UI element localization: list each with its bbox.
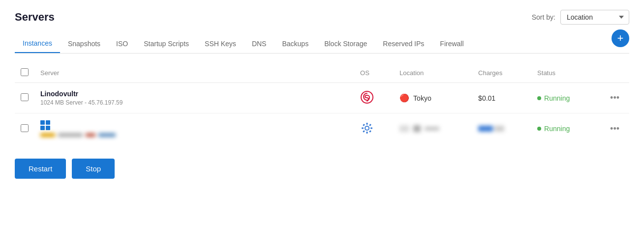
sort-select[interactable]: Location Name Status Date Created	[560, 10, 629, 25]
tab-reserved-ips[interactable]: Reserved IPs	[375, 35, 432, 53]
status-text: Running	[544, 94, 570, 102]
server-os	[354, 83, 394, 113]
add-server-button[interactable]: +	[612, 29, 629, 47]
server-name: Linodovultr	[40, 90, 348, 98]
table-row: Linodovultr 1024 MB Server - 45.76.197.5…	[15, 83, 629, 113]
server-location: 🔴 Tokyo	[394, 83, 472, 113]
tab-dns[interactable]: DNS	[244, 35, 275, 53]
col-header-server: Server	[34, 63, 354, 83]
server-info-blurred	[34, 113, 354, 144]
server-detail: 1024 MB Server - 45.76.197.59	[40, 99, 348, 106]
status-indicator	[537, 96, 541, 100]
row-more-button[interactable]: •••	[606, 122, 623, 136]
svg-rect-2	[367, 123, 368, 125]
svg-rect-5	[370, 127, 372, 129]
sort-by-label: Sort by:	[532, 13, 555, 21]
status-indicator	[537, 127, 541, 131]
debian-icon	[360, 90, 374, 104]
status-text: Running	[544, 125, 570, 133]
svg-rect-6	[363, 124, 365, 126]
server-info: Linodovultr 1024 MB Server - 45.76.197.5…	[34, 83, 354, 113]
stop-button[interactable]: Stop	[72, 159, 115, 179]
tab-startup-scripts[interactable]: Startup Scripts	[136, 35, 197, 53]
svg-rect-3	[367, 132, 368, 134]
location-name: Tokyo	[413, 94, 431, 102]
sort-by-container: Sort by: Location Name Status Date Creat…	[532, 10, 629, 25]
restart-button[interactable]: Restart	[15, 159, 66, 179]
col-header-os: OS	[354, 63, 394, 83]
server-status: Running	[531, 83, 600, 113]
server-location-blurred	[394, 113, 472, 144]
svg-point-10	[366, 127, 368, 130]
servers-table: Server OS Location Charges Status Linodo…	[15, 63, 629, 144]
svg-rect-8	[363, 130, 365, 133]
tab-ssh-keys[interactable]: SSH Keys	[197, 35, 244, 53]
row-checkbox[interactable]	[21, 93, 29, 101]
page-title: Servers	[15, 11, 55, 24]
select-all-checkbox[interactable]	[21, 68, 29, 76]
tab-iso[interactable]: ISO	[108, 35, 136, 53]
col-header-status: Status	[531, 63, 600, 83]
table-row: Running •••	[15, 113, 629, 144]
server-os-blurred	[354, 113, 394, 144]
svg-rect-7	[369, 130, 371, 133]
col-header-charges: Charges	[472, 63, 531, 83]
col-header-location: Location	[394, 63, 472, 83]
server-charges-blurred	[472, 113, 531, 144]
tab-firewall[interactable]: Firewall	[432, 35, 471, 53]
tab-backups[interactable]: Backups	[274, 35, 316, 53]
windows-icon	[360, 121, 374, 135]
svg-rect-4	[362, 127, 364, 129]
server-charges: $0.01	[472, 83, 531, 113]
tab-block-storage[interactable]: Block Storage	[316, 35, 375, 53]
action-buttons: Restart Stop	[15, 159, 629, 179]
row-more-button[interactable]: •••	[606, 91, 623, 105]
tab-instances[interactable]: Instances	[15, 34, 60, 53]
row-checkbox[interactable]	[21, 124, 29, 132]
location-flag: 🔴	[399, 93, 409, 103]
svg-rect-9	[369, 124, 371, 126]
tab-snapshots[interactable]: Snapshots	[60, 35, 108, 53]
server-status-blurred: Running	[531, 113, 600, 144]
tabs-container: Instances Snapshots ISO Startup Scripts …	[15, 34, 629, 54]
